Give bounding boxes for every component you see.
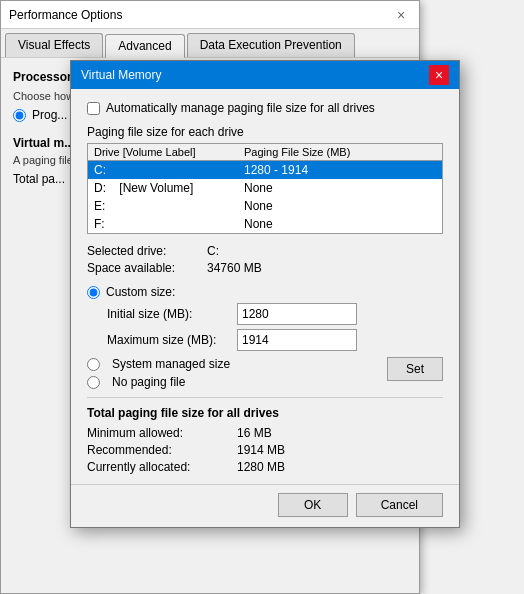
vm-title: Virtual Memory: [81, 68, 161, 82]
paging-label: Paging file size for each drive: [87, 125, 443, 139]
selected-drive-label: Selected drive:: [87, 244, 207, 258]
drive-row-d[interactable]: D: [New Volume] None: [88, 179, 442, 197]
vm-titlebar: Virtual Memory ×: [71, 61, 459, 89]
initial-size-input[interactable]: [237, 303, 357, 325]
vm-info-grid: Selected drive: C: Space available: 3476…: [87, 244, 443, 275]
vm-total-title: Total paging file size for all drives: [87, 406, 443, 420]
system-managed-radio[interactable]: [87, 358, 100, 371]
cancel-button[interactable]: Cancel: [356, 493, 443, 517]
min-allowed-value: 16 MB: [237, 426, 443, 440]
drive-e-label: E:: [94, 199, 244, 213]
drive-c-size: 1280 - 1914: [244, 163, 436, 177]
vm-buttons: OK Cancel: [71, 484, 459, 527]
ok-button[interactable]: OK: [278, 493, 348, 517]
drive-d-label: D: [New Volume]: [94, 181, 244, 195]
drive-row-f[interactable]: F: None: [88, 215, 442, 233]
drive-f-label: F:: [94, 217, 244, 231]
vm-radio-section: Custom size: Initial size (MB): Maximum …: [87, 285, 443, 389]
drive-c-label: C:: [94, 163, 244, 177]
auto-manage-row: Automatically manage paging file size fo…: [87, 101, 443, 115]
perf-tabs: Visual Effects Advanced Data Execution P…: [1, 29, 419, 58]
col-size-header: Paging File Size (MB): [244, 146, 436, 158]
selected-drive-value: C:: [207, 244, 443, 258]
drive-row-e[interactable]: E: None: [88, 197, 442, 215]
drive-f-size: None: [244, 217, 436, 231]
auto-manage-label: Automatically manage paging file size fo…: [106, 101, 375, 115]
vm-total-grid: Minimum allowed: 16 MB Recommended: 1914…: [87, 426, 443, 474]
tab-dep[interactable]: Data Execution Prevention: [187, 33, 355, 57]
system-managed-radio-row: System managed size No paging file Set: [87, 357, 443, 389]
recommended-label: Recommended:: [87, 443, 237, 457]
drive-d-size: None: [244, 181, 436, 195]
processor-radio-label: Prog...: [32, 108, 67, 122]
set-button[interactable]: Set: [387, 357, 443, 381]
system-managed-label: System managed size: [87, 357, 230, 371]
vm-close-btn[interactable]: ×: [429, 65, 449, 85]
perf-titlebar: Performance Options ×: [1, 1, 419, 29]
auto-manage-checkbox[interactable]: [87, 102, 100, 115]
processor-radio[interactable]: [13, 109, 26, 122]
space-available-label: Space available:: [87, 261, 207, 275]
perf-close-btn[interactable]: ×: [391, 5, 411, 25]
no-paging-radio[interactable]: [87, 376, 100, 389]
drives-table: Drive [Volume Label] Paging File Size (M…: [87, 143, 443, 234]
tab-visual-effects[interactable]: Visual Effects: [5, 33, 103, 57]
virtual-memory-dialog: Virtual Memory × Automatically manage pa…: [70, 60, 460, 528]
initial-size-label: Initial size (MB):: [107, 307, 237, 321]
col-drive-header: Drive [Volume Label]: [94, 146, 244, 158]
min-allowed-label: Minimum allowed:: [87, 426, 237, 440]
perf-title: Performance Options: [9, 8, 122, 22]
space-available-value: 34760 MB: [207, 261, 443, 275]
custom-size-label: Custom size:: [106, 285, 175, 299]
currently-allocated-value: 1280 MB: [237, 460, 443, 474]
vm-body: Automatically manage paging file size fo…: [71, 89, 459, 484]
custom-size-radio[interactable]: [87, 286, 100, 299]
drives-header: Drive [Volume Label] Paging File Size (M…: [88, 144, 442, 161]
drive-e-size: None: [244, 199, 436, 213]
drive-row-c[interactable]: C: 1280 - 1914: [88, 161, 442, 179]
currently-allocated-label: Currently allocated:: [87, 460, 237, 474]
tab-advanced[interactable]: Advanced: [105, 34, 184, 58]
vm-size-grid: Initial size (MB): Maximum size (MB):: [107, 303, 443, 351]
max-size-input[interactable]: [237, 329, 357, 351]
custom-size-radio-row: Custom size:: [87, 285, 443, 299]
max-size-label: Maximum size (MB):: [107, 333, 237, 347]
vm-total-section: Total paging file size for all drives Mi…: [87, 397, 443, 474]
no-paging-label: No paging file: [87, 375, 230, 389]
recommended-value: 1914 MB: [237, 443, 443, 457]
